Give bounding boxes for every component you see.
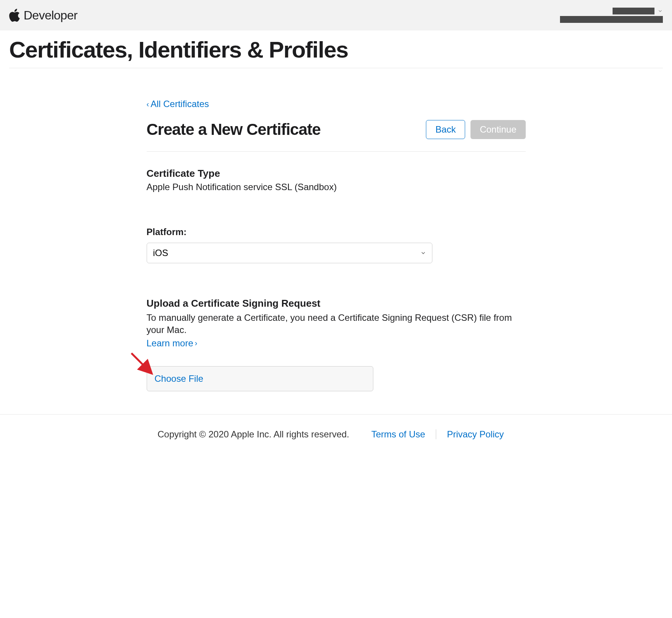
upload-title: Upload a Certificate Signing Request <box>147 298 526 309</box>
platform-label: Platform: <box>147 227 526 237</box>
footer: Copyright © 2020 Apple Inc. All rights r… <box>0 414 672 454</box>
learn-more-link[interactable]: Learn more › <box>147 338 197 349</box>
certificate-type-section: Certificate Type Apple Push Notification… <box>147 168 526 192</box>
brand[interactable]: Developer <box>9 8 77 22</box>
privacy-policy-link[interactable]: Privacy Policy <box>436 429 514 440</box>
choose-file-button[interactable]: Choose File <box>147 366 373 391</box>
chevron-down-icon <box>658 8 663 14</box>
apple-logo-icon <box>9 9 20 22</box>
upload-section: Upload a Certificate Signing Request To … <box>147 298 526 391</box>
all-certificates-link[interactable]: ‹ All Certificates <box>147 99 209 109</box>
learn-more-label: Learn more <box>147 338 194 349</box>
certificate-type-value: Apple Push Notification service SSL (San… <box>147 182 526 192</box>
chevron-left-icon: ‹ <box>147 100 149 109</box>
terms-of-use-link[interactable]: Terms of Use <box>361 429 436 440</box>
platform-select[interactable] <box>147 243 432 263</box>
brand-text: Developer <box>24 8 77 22</box>
certificate-type-label: Certificate Type <box>147 168 526 179</box>
continue-button: Continue <box>470 120 525 139</box>
upload-description: To manually generate a Certificate, you … <box>147 312 526 336</box>
page-title: Certificates, Identifiers & Profiles <box>9 37 663 68</box>
redacted-team-id <box>560 16 663 23</box>
footer-copyright: Copyright © 2020 Apple Inc. All rights r… <box>157 429 349 440</box>
main-content: ‹ All Certificates Create a New Certific… <box>147 68 526 414</box>
chevron-right-icon: › <box>195 339 197 347</box>
topbar: Developer <box>0 0 672 30</box>
back-button[interactable]: Back <box>426 120 465 139</box>
back-link-label: All Certificates <box>150 99 209 109</box>
form-heading: Create a New Certificate <box>147 120 321 139</box>
redacted-account-name <box>613 8 654 14</box>
account-area[interactable] <box>560 8 663 23</box>
platform-section: Platform: <box>147 227 526 263</box>
